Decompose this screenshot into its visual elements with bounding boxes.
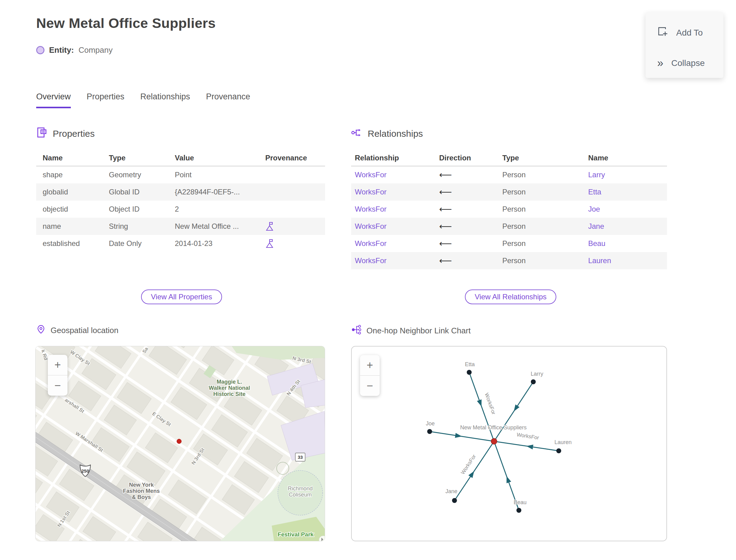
graph-edge[interactable] <box>494 382 533 441</box>
tab-overview[interactable]: Overview <box>36 92 71 108</box>
entity-type-cell: Person <box>502 222 588 231</box>
chart-zoom-in-button[interactable]: + <box>360 355 380 375</box>
property-name-cell: name <box>43 222 109 231</box>
tab-provenance[interactable]: Provenance <box>206 92 250 108</box>
center-node-label: New Metal Office Suppliers <box>460 424 527 431</box>
relationships-section-header: Relationships <box>351 127 423 140</box>
entity-name-link[interactable]: Etta <box>588 188 667 196</box>
relationship-type-link[interactable]: WorksFor <box>355 188 439 196</box>
entity-type-cell: Person <box>502 205 588 213</box>
chart-zoom-out-button[interactable]: − <box>360 375 380 396</box>
relationship-row: WorksFor⟵PersonJoe <box>351 201 667 218</box>
edge-arrowhead <box>526 445 533 450</box>
collapse-icon: » <box>657 58 663 69</box>
graph-node-joe[interactable] <box>427 429 432 434</box>
actions-panel: Add To » Collapse <box>646 12 723 78</box>
view-all-relationships-button[interactable]: View All Relationships <box>465 290 556 304</box>
entity-name-link[interactable]: Lauren <box>588 256 667 265</box>
property-name-cell: globalid <box>43 188 109 196</box>
relationship-type-link[interactable]: WorksFor <box>355 239 439 248</box>
col-provenance: Provenance <box>265 154 325 162</box>
properties-icon <box>36 127 48 140</box>
relationship-type-link[interactable]: WorksFor <box>355 171 439 179</box>
direction-arrow: ⟵ <box>439 238 502 249</box>
entity-type-cell: Person <box>502 239 588 248</box>
col-type: Type <box>109 154 175 162</box>
entity-name-link[interactable]: Beau <box>588 239 667 248</box>
view-all-properties-button[interactable]: View All Properties <box>141 290 222 304</box>
route-shield: 33 <box>295 453 305 461</box>
node-label: Lauren <box>554 439 572 445</box>
link-chart-section-title: One-hop Neighbor Link Chart <box>366 326 471 336</box>
entity-type-cell: Person <box>502 188 588 196</box>
page-title: New Metal Office Suppliers <box>36 15 216 31</box>
tab-bar: OverviewPropertiesRelationshipsProvenanc… <box>36 92 250 108</box>
provenance-flag-icon[interactable] <box>265 239 325 248</box>
direction-arrow: ⟵ <box>439 255 502 266</box>
graph-node-beau[interactable] <box>516 508 521 513</box>
map-zoom-out-button[interactable]: − <box>48 375 67 396</box>
graph-node-etta[interactable] <box>467 370 472 375</box>
add-to-icon <box>657 26 668 39</box>
property-type-cell: String <box>109 222 175 231</box>
graph-node-jane[interactable] <box>452 498 457 503</box>
provenance-flag-icon[interactable] <box>265 221 325 231</box>
col-name: Name <box>588 154 667 162</box>
node-label: Etta <box>465 361 475 367</box>
property-name-cell: objectid <box>43 205 109 213</box>
relationship-type-link[interactable]: WorksFor <box>355 256 439 265</box>
property-type-cell: Geometry <box>109 171 175 179</box>
entity-label: Entity: <box>49 45 74 55</box>
property-value-cell: 2014-01-23 <box>175 239 265 248</box>
relationship-type-link[interactable]: WorksFor <box>355 205 439 213</box>
graph-node-larry[interactable] <box>531 379 536 384</box>
graph-node-center[interactable] <box>491 439 497 444</box>
property-value-cell: New Metal Office ... <box>175 222 265 231</box>
node-label: Larry <box>531 371 543 377</box>
direction-arrow: ⟵ <box>439 221 502 232</box>
link-chart-icon <box>351 324 362 337</box>
relationship-type-link[interactable]: WorksFor <box>355 222 439 231</box>
node-label: Beau <box>514 499 527 505</box>
entity-type-value: Company <box>79 45 113 55</box>
link-chart-canvas: WorksForEttaLarryJoeWorksForLaurenWorksF… <box>352 347 667 541</box>
edge-arrowhead <box>514 405 519 412</box>
chart-zoom-control: + − <box>360 355 380 396</box>
property-row: establishedDate Only2014-01-23 <box>36 235 325 252</box>
entity-name-link[interactable]: Larry <box>588 171 667 179</box>
edge-arrowhead <box>477 399 481 406</box>
property-name-cell: established <box>43 239 109 248</box>
svg-text:33: 33 <box>298 455 303 460</box>
link-chart[interactable]: WorksForEttaLarryJoeWorksForLaurenWorksF… <box>351 346 667 541</box>
graph-node-lauren[interactable] <box>556 448 561 453</box>
direction-arrow: ⟵ <box>439 187 502 197</box>
svg-text:250: 250 <box>81 468 89 474</box>
entity-type-cell: Person <box>502 256 588 265</box>
edge-label: WorksFor <box>516 432 540 441</box>
relationship-row: WorksFor⟵PersonLarry <box>351 166 667 183</box>
properties-section-header: Properties <box>36 127 95 140</box>
link-chart-section-header: One-hop Neighbor Link Chart <box>351 324 471 337</box>
property-value-cell: Point <box>175 171 265 179</box>
map[interactable]: k RdW Clay StSaarshall StW Marshall StE … <box>35 346 325 541</box>
map-pin-icon <box>36 324 46 336</box>
property-value-cell: {A228944F-0EF5-... <box>175 188 265 196</box>
relationships-table: Relationship Direction Type Name WorksFo… <box>351 150 667 269</box>
edge-label: WorksFor <box>460 453 477 475</box>
properties-section-title: Properties <box>53 128 95 139</box>
node-label: Jane <box>445 488 457 494</box>
tab-properties[interactable]: Properties <box>87 92 125 108</box>
tab-relationships[interactable]: Relationships <box>140 92 190 108</box>
entity-name-link[interactable]: Joe <box>588 205 667 213</box>
node-label: Joe <box>426 420 435 427</box>
direction-arrow: ⟵ <box>439 170 502 180</box>
property-row: nameStringNew Metal Office ... <box>36 218 325 235</box>
relationships-icon <box>351 127 362 140</box>
property-row: objectidObject ID2 <box>36 201 325 218</box>
col-type: Type <box>502 154 588 162</box>
add-to-button[interactable]: Add To <box>657 26 703 39</box>
collapse-button[interactable]: » Collapse <box>657 58 705 69</box>
map-zoom-in-button[interactable]: + <box>48 355 67 375</box>
relationships-table-header: Relationship Direction Type Name <box>351 150 667 166</box>
entity-name-link[interactable]: Jane <box>588 222 667 231</box>
